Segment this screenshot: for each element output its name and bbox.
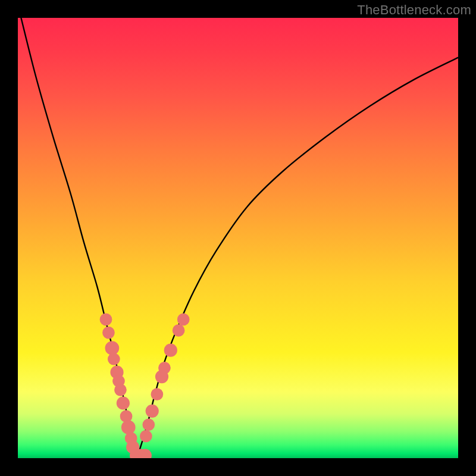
data-point — [140, 430, 152, 443]
data-point — [114, 384, 127, 396]
data-point — [108, 353, 120, 365]
highlighted-points — [100, 314, 190, 458]
data-point — [164, 344, 177, 357]
data-point — [102, 327, 115, 339]
data-point — [105, 341, 120, 355]
data-point — [158, 362, 171, 374]
data-point — [151, 388, 163, 400]
data-point — [142, 418, 155, 431]
bottleneck-curve — [18, 18, 458, 456]
data-point — [173, 324, 185, 337]
curve-layer — [18, 18, 458, 458]
data-point — [177, 314, 190, 326]
data-point — [146, 405, 159, 418]
chart-frame: TheBottleneck.com — [0, 0, 476, 476]
data-point — [117, 396, 130, 409]
data-point — [121, 420, 136, 434]
data-point — [100, 314, 112, 326]
plot-area — [18, 18, 458, 458]
curve-path — [18, 18, 458, 456]
watermark: TheBottleneck.com — [357, 2, 471, 18]
